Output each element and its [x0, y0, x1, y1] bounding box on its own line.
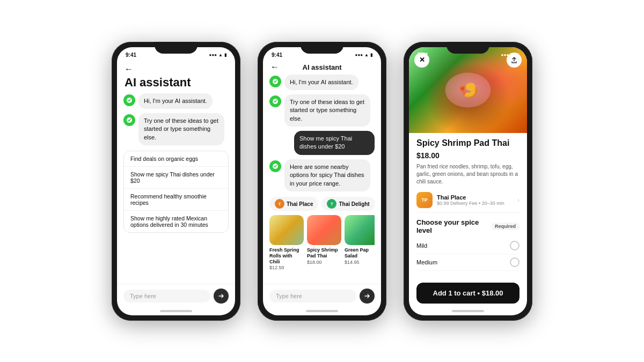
- wifi-icon-3: ▲: [510, 53, 515, 57]
- send-button-1[interactable]: [214, 289, 229, 304]
- bot-bubble-2: Try one of these ideas to get started or…: [123, 113, 229, 145]
- notch-2: [301, 42, 343, 54]
- food-img-spring: [269, 215, 304, 245]
- food-card-price-3: $14.95: [345, 260, 375, 265]
- suggestion-item-1[interactable]: Find deals on organic eggs: [124, 151, 228, 167]
- status-time-2: 9:41: [272, 52, 282, 58]
- home-indicator-1: [160, 310, 192, 312]
- bot-icon-p2-2: [269, 95, 281, 107]
- signal-icon-3: ●●●: [501, 53, 509, 57]
- suggestion-item-4[interactable]: Show me highly rated Mexican options del…: [124, 211, 228, 232]
- user-message-p2: Show me spicy Thai dishes under $20: [269, 131, 375, 155]
- status-icons-3: ●●● ▲ ▮: [501, 53, 518, 57]
- notch-1: [155, 42, 197, 54]
- suggestion-item-3[interactable]: Recommend healthy smoothie recipes: [124, 189, 228, 211]
- food-card-name-2: Spicy Shrimp Pad Thai: [307, 247, 341, 259]
- bot-bubble-p2-2: Try one of these ideas to get started or…: [269, 94, 375, 127]
- food-img-padthai: [307, 215, 341, 245]
- spice-medium-label: Medium: [416, 259, 437, 265]
- spice-level-section: Choose your spice level Required Mild Me…: [416, 215, 519, 273]
- p2-header: ← AI assistant: [263, 61, 381, 75]
- item-price: $18.00: [416, 151, 519, 160]
- food-cards: Fresh Spring Rolls with Chili $12.50 Spi…: [269, 215, 375, 270]
- bot-icon-p2-1: [269, 76, 281, 87]
- p2-chat-body: Hi, I'm your AI assistant. Try one of th…: [263, 75, 381, 284]
- screen-3: 9:41 ●●● ▲ ▮ 🍤 ✕ S: [409, 47, 527, 315]
- restaurant-tab-label-1: Thai Place: [287, 201, 313, 207]
- send-button-2[interactable]: [360, 289, 375, 304]
- add-to-cart-button[interactable]: Add 1 to cart • $18.00: [416, 283, 519, 304]
- p1-header: ← AI assistant: [117, 61, 235, 93]
- back-button-2[interactable]: ←: [270, 62, 279, 72]
- page-title-1: AI assistant: [125, 76, 228, 89]
- notch-3: [447, 42, 489, 54]
- spice-option-mild[interactable]: Mild: [416, 238, 519, 254]
- status-time-3: 9:41: [418, 52, 428, 58]
- back-button-1[interactable]: ←: [125, 64, 228, 74]
- food-card-name-3: Green Pap Salad: [345, 247, 375, 259]
- p1-input-bar: Type here: [117, 284, 235, 308]
- bot-bubble-1: Hi, I'm your AI assistant.: [123, 93, 229, 109]
- wifi-icon-2: ▲: [364, 53, 369, 57]
- signal-icon-2: ●●●: [355, 53, 363, 57]
- restaurant-tab-2[interactable]: T Thai Delight: [321, 197, 375, 211]
- spice-mild-radio[interactable]: [510, 241, 519, 250]
- chat-input-2[interactable]: Type here: [269, 290, 356, 302]
- wifi-icon: ▲: [218, 53, 223, 57]
- restaurant-logo-1: T: [275, 199, 284, 209]
- spice-header: Choose your spice level Required: [416, 218, 519, 234]
- suggestion-list-1: Find deals on organic eggs Show me spicy…: [123, 151, 229, 233]
- signal-icon: ●●●: [209, 53, 217, 57]
- food-img-pap: [345, 215, 375, 245]
- status-icons-2: ●●● ▲ ▮: [355, 53, 372, 57]
- noodles-decoration: 🍤: [458, 80, 478, 99]
- bot-bubble-p2-3: Here are some nearby options for spicy T…: [269, 159, 375, 191]
- battery-icon-3: ▮: [516, 53, 518, 57]
- food-card-price-1: $12.50: [269, 265, 304, 270]
- battery-icon-2: ▮: [370, 53, 372, 57]
- food-card-img-2: [307, 215, 341, 245]
- food-card-1[interactable]: Fresh Spring Rolls with Chili $12.50: [269, 215, 304, 270]
- delivery-time: 20–30 min: [482, 201, 504, 206]
- screen-1: 9:41 ●●● ▲ ▮ ← AI assistant H: [117, 47, 235, 315]
- spice-option-medium[interactable]: Medium: [416, 254, 519, 271]
- page-title-2: AI assistant: [303, 63, 342, 71]
- spice-medium-radio[interactable]: [510, 257, 519, 267]
- restaurant-logo-2: T: [327, 199, 336, 209]
- required-badge: Required: [491, 223, 519, 230]
- bot-suggestions-intro-1: Try one of these ideas to get started or…: [138, 113, 224, 145]
- restaurant-tab-label-2: Thai Delight: [339, 201, 369, 207]
- chevron-right-icon: ›: [517, 196, 519, 204]
- suggestion-item-2[interactable]: Show me spicy Thai dishes under $20: [124, 167, 228, 189]
- restaurant-tab-1[interactable]: T Thai Place: [269, 197, 318, 211]
- phone-2: 9:41 ●●● ▲ ▮ ← AI assistant H: [258, 42, 386, 321]
- food-card-2[interactable]: Spicy Shrimp Pad Thai $18.00: [307, 215, 341, 270]
- food-card-img-1: [269, 215, 304, 245]
- bot-bubble-p2-1: Hi, I'm your AI assistant.: [269, 75, 375, 90]
- restaurant-logo-p3: TP: [416, 192, 433, 208]
- status-icons-1: ●●● ▲ ▮: [209, 53, 226, 57]
- bot-response-p2: Here are some nearby options for spicy T…: [284, 159, 370, 191]
- item-description: Pan fried rice noodles, shrimp, tofu, eg…: [416, 163, 519, 186]
- p1-chat-body: Hi, I'm your AI assistant. Try one of th…: [117, 93, 235, 284]
- spice-mild-label: Mild: [416, 242, 427, 249]
- p3-item-body: Spicy Shrimp Pad Thai $18.00 Pan fried r…: [409, 133, 527, 279]
- food-card-name-1: Fresh Spring Rolls with Chili: [269, 247, 304, 264]
- home-indicator-2: [306, 310, 338, 312]
- bot-greeting-1: Hi, I'm your AI assistant.: [138, 93, 213, 109]
- restaurant-info: Thai Place $0.99 Delivery Fee • 20–30 mi…: [437, 194, 513, 206]
- chat-input-1[interactable]: Type here: [123, 290, 210, 302]
- bot-intro-p2: Try one of these ideas to get started or…: [284, 94, 370, 127]
- restaurant-row[interactable]: TP Thai Place $0.99 Delivery Fee • 20–30…: [416, 188, 519, 213]
- battery-icon: ▮: [224, 53, 226, 57]
- restaurant-delivery-info: $0.99 Delivery Fee • 20–30 min: [437, 201, 513, 206]
- food-card-3[interactable]: Green Pap Salad $14.95: [345, 215, 375, 270]
- food-card-price-2: $18.00: [307, 260, 341, 265]
- bot-icon-1: [123, 94, 135, 106]
- screen-2: 9:41 ●●● ▲ ▮ ← AI assistant H: [263, 47, 381, 315]
- phone-3: 9:41 ●●● ▲ ▮ 🍤 ✕ S: [404, 42, 532, 321]
- item-name: Spicy Shrimp Pad Thai: [416, 138, 519, 148]
- bot-greeting-p2: Hi, I'm your AI assistant.: [284, 75, 358, 90]
- food-card-img-3: [345, 215, 375, 245]
- bot-icon-2: [123, 114, 135, 126]
